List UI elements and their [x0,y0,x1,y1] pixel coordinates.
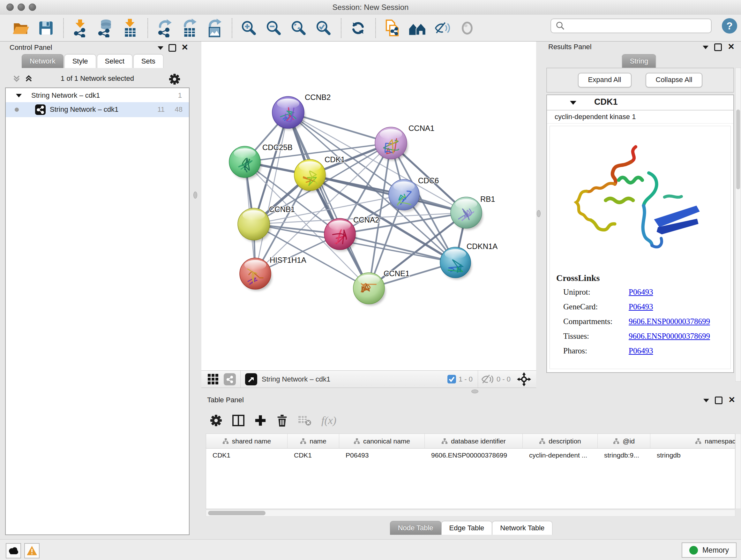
crosslink-value-link[interactable]: 9606.ENSP00000378699 [629,317,710,326]
tab-select[interactable]: Select [97,54,132,68]
table-horizontal-scrollbar[interactable] [206,509,735,516]
gear-icon[interactable] [210,414,222,427]
column-header-canonical-name[interactable]: canonical name [339,434,425,449]
panel-menu-icon[interactable] [703,399,709,402]
open-session-button[interactable] [11,17,31,39]
panel-close-icon[interactable]: ✕ [728,395,735,404]
network-node-ccne1[interactable]: CCNE1 [353,269,409,306]
cell-name: CDK1 [287,449,339,462]
memory-button[interactable]: Memory [682,543,737,558]
network-node-cdc6[interactable]: CDC6 [389,176,439,212]
clone-network-button[interactable] [382,17,403,39]
tab-style[interactable]: Style [64,54,96,68]
panel-float-icon[interactable] [169,44,176,52]
first-neighbors-button[interactable] [407,17,428,39]
birds-eye-crosshair-icon[interactable] [517,372,531,386]
panel-close-icon[interactable]: ✕ [728,42,735,51]
show-columns-icon[interactable] [232,414,245,427]
zoom-out-button[interactable] [264,17,284,39]
panel-close-icon[interactable]: ✕ [181,43,188,52]
selected-checkbox-icon[interactable] [448,375,456,383]
show-eye-icon-disabled [460,21,475,35]
crosslink-value-link[interactable]: P06493 [629,288,653,296]
help-button[interactable]: ? [722,18,737,34]
network-node-ccnb1[interactable]: CCNB1 [238,205,295,242]
tab-network[interactable]: Network [22,54,64,68]
grid-view-icon[interactable] [207,373,219,385]
node-label: CCNE1 [384,269,409,278]
panel-menu-icon[interactable] [158,46,163,50]
export-table-button[interactable] [179,17,200,39]
crosslink-value-link[interactable]: 9606.ENSP00000378699 [629,332,710,340]
tree-expand-caret-icon[interactable] [16,94,22,98]
crosslink-value-link[interactable]: P06493 [629,347,653,355]
results-scrollbar[interactable] [735,68,741,381]
hide-selected-button[interactable] [432,17,453,39]
warnings-button[interactable] [24,543,40,558]
search-field[interactable] [550,18,712,33]
gear-icon[interactable] [169,73,181,85]
table-panel: Table Panel ✕ [201,395,741,537]
refresh-button[interactable] [348,17,368,39]
vertical-splitter-grip[interactable] [193,192,197,199]
column-header-namespace[interactable]: namespace [650,434,735,449]
node-label: CCNA1 [408,124,434,132]
import-network-button[interactable] [70,17,91,39]
network-edge-count: 48 [175,105,183,114]
tab-sets[interactable]: Sets [133,54,163,68]
network-node-cdkn1a[interactable]: CDKN1A [440,242,497,279]
add-column-icon[interactable] [254,415,266,427]
tab-node-table[interactable]: Node Table [390,521,441,535]
network-node-ccnb2[interactable]: CCNB2 [272,93,331,130]
panel-float-icon[interactable] [715,396,723,404]
zoom-in-button[interactable] [239,17,259,39]
network-edge-ccnb2-hist1h1a[interactable] [255,112,288,273]
zoom-selected-button[interactable] [313,17,334,39]
search-input[interactable] [568,21,711,30]
delete-column-trash-icon[interactable] [276,414,288,427]
network-node-hist1h1a[interactable]: HIST1H1A [240,256,307,291]
tab-network-table[interactable]: Network Table [492,521,552,535]
tab-edge-table[interactable]: Edge Table [441,521,492,535]
network-edge-ccna2-cdkn1a[interactable] [340,234,455,262]
tab-string[interactable]: String [622,54,656,68]
panel-menu-icon[interactable] [703,46,709,49]
memory-status-dot [689,546,698,555]
network-node-cdk1[interactable]: CDK1 [294,155,345,192]
table-horizontal-scrollbar-thumb[interactable] [208,511,266,515]
table-row[interactable]: CDK1CDK1P064939606.ENSP00000378699cyclin… [206,449,735,462]
column-header-id[interactable]: @id [598,434,650,449]
vertical-splitter-grip[interactable] [537,210,541,217]
cell-database-identifier: 9606.ENSP00000378699 [425,449,523,462]
section-collapse-caret-icon[interactable] [570,101,576,105]
network-row-selected[interactable]: String Network – cdk1 11 48 [6,102,189,117]
horizontal-splitter-grip[interactable] [471,389,478,393]
crosslink-label: GeneCard: [556,302,629,311]
network-view-canvas[interactable]: CCNB2CCNA1CDC25BCDK1CDC6RB1CCNB1CCNA2CDK… [201,42,536,370]
collapse-all-button[interactable]: Collapse All [646,73,703,87]
column-header-database-identifier[interactable]: database identifier [425,434,523,449]
zoom-fit-button[interactable] [288,17,309,39]
column-header-name[interactable]: name [287,434,339,449]
show-all-button[interactable] [457,17,477,39]
expand-all-button[interactable]: Expand All [578,73,631,87]
import-network-from-database-button[interactable] [95,17,116,39]
panel-float-icon[interactable] [714,44,722,51]
cloud-status-button[interactable] [6,543,21,558]
network-badge-icon[interactable] [224,373,236,385]
save-session-button[interactable] [36,17,56,39]
open-in-window-icon[interactable] [245,373,257,385]
network-edge-cdk1-rb1[interactable] [310,175,466,212]
crosslink-value-link[interactable]: P06493 [629,302,653,311]
export-network-button[interactable] [154,17,175,39]
search-icon [556,21,565,30]
network-collection-row[interactable]: String Network – cdk1 1 [6,88,189,102]
results-scrollbar-thumb[interactable] [736,110,740,189]
gene-section-header[interactable]: CDK1 [547,95,733,111]
column-header-shared-name[interactable]: shared name [206,434,287,449]
import-table-button[interactable] [120,17,140,39]
network-node-rb1[interactable]: RB1 [451,195,495,230]
table-vertical-scrollbar[interactable] [735,434,741,509]
export-image-button[interactable] [204,17,225,39]
column-header-description[interactable]: description [523,434,598,449]
